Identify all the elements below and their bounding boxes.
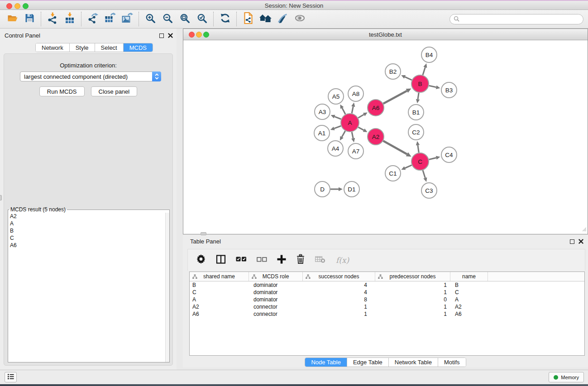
column-header-predecessor-nodes[interactable]: predecessor nodes xyxy=(375,272,450,281)
graph-edge-B-B1[interactable] xyxy=(418,93,419,99)
criterion-select[interactable]: largest connected component (directed) xyxy=(20,71,161,81)
tab-network-table[interactable]: Network Table xyxy=(389,358,438,367)
show-hide-button[interactable] xyxy=(291,11,308,27)
import-table-button[interactable] xyxy=(61,11,78,27)
delete-column-button[interactable] xyxy=(296,253,305,267)
search-field[interactable] xyxy=(449,14,583,24)
graph-edge-A-A1[interactable] xyxy=(334,126,341,129)
double-house-icon xyxy=(258,13,272,25)
tab-edge-table[interactable]: Edge Table xyxy=(347,358,389,367)
table-row[interactable]: Cdominator41C xyxy=(190,289,584,296)
graph-edge-A-A3[interactable] xyxy=(335,117,341,119)
graph-node-label: D xyxy=(320,186,325,193)
graph-edge-A-A4[interactable] xyxy=(342,131,345,137)
graph-node-label: D1 xyxy=(348,186,355,193)
graph-node-label: A8 xyxy=(352,91,360,97)
float-panel-icon[interactable] xyxy=(570,239,574,244)
search-input[interactable] xyxy=(461,14,583,24)
create-column-button[interactable] xyxy=(277,253,286,267)
export-table-button[interactable] xyxy=(101,11,119,27)
tab-select[interactable]: Select xyxy=(95,43,124,52)
column-header-name[interactable]: name xyxy=(450,272,488,281)
tab-motifs[interactable]: Motifs xyxy=(438,358,466,367)
close-panel-icon[interactable] xyxy=(578,238,583,246)
resize-grip-icon[interactable] xyxy=(581,225,587,234)
tab-network[interactable]: Network xyxy=(36,43,70,52)
graph-edge-arrow xyxy=(339,187,343,191)
graph-node-label: B3 xyxy=(445,87,453,94)
table-cell: 4 xyxy=(303,281,375,289)
graph-edge-A-A2[interactable] xyxy=(358,127,363,130)
graph-edge-B-B4[interactable] xyxy=(423,67,425,75)
table-row[interactable]: A2connector11A2 xyxy=(190,303,584,310)
apply-layout-button[interactable] xyxy=(216,11,234,27)
mcds-result-item[interactable]: A xyxy=(8,220,165,227)
memory-button[interactable]: Memory xyxy=(549,372,584,382)
mcds-result-item[interactable]: A2 xyxy=(8,213,165,220)
network-canvas[interactable]: B4B2BB3A8A5A6A3B1AC2A1A2A4A7C4CC1DD1C3 xyxy=(183,40,588,234)
float-panel-icon[interactable] xyxy=(159,33,164,38)
home-button[interactable] xyxy=(257,11,274,27)
zoom-fit-button[interactable] xyxy=(176,11,193,27)
graph-node-label: A1 xyxy=(318,130,326,137)
close-panel-button[interactable]: Close panel xyxy=(91,86,138,96)
graph-edge-C-C1[interactable] xyxy=(405,165,412,168)
panel-menu-button[interactable] xyxy=(5,372,17,382)
mcds-list-scrollbar[interactable] xyxy=(165,213,169,362)
mcds-tab-content: Optimization criterion: largest connecte… xyxy=(4,53,173,366)
split-collapse-handle-left[interactable] xyxy=(0,195,2,200)
graph-edge-A2-C[interactable] xyxy=(383,141,407,154)
plus-icon xyxy=(277,255,286,266)
split-collapse-handle-bottom[interactable] xyxy=(201,232,206,235)
tab-style[interactable]: Style xyxy=(70,43,95,52)
column-header-MCDS-role[interactable]: MCDS role xyxy=(249,272,303,281)
deselect-all-rows-button[interactable] xyxy=(257,253,267,267)
unchecked-boxes-icon xyxy=(257,256,267,264)
table-cell: 1 xyxy=(303,303,375,310)
graph-edge-A-A5[interactable] xyxy=(342,108,345,114)
table-row[interactable]: Adominator80A xyxy=(190,296,584,303)
select-all-rows-button[interactable] xyxy=(236,253,247,267)
mcds-result-list[interactable]: A2ABCA6 xyxy=(8,213,165,362)
export-image-button[interactable] xyxy=(119,11,136,27)
close-panel-icon[interactable] xyxy=(168,32,173,40)
save-session-button[interactable] xyxy=(21,11,38,27)
mcds-result-item[interactable]: A6 xyxy=(8,242,165,249)
control-panel-tabs: NetworkStyleSelectMCDS xyxy=(35,43,153,52)
graph-edge-A-A8[interactable] xyxy=(352,106,353,113)
show-columns-button[interactable] xyxy=(216,253,226,267)
zoom-in-button[interactable] xyxy=(142,11,159,27)
graph-edge-A6-B[interactable] xyxy=(383,91,407,104)
graph-edge-C-C3[interactable] xyxy=(423,170,425,178)
graph-edge-C-C2[interactable] xyxy=(418,145,419,152)
column-header-successor-nodes[interactable]: successor nodes xyxy=(303,272,375,281)
table-settings-button[interactable] xyxy=(196,253,206,267)
hide-graphics-details-button[interactable] xyxy=(274,11,291,27)
import-network-button[interactable] xyxy=(44,11,61,27)
delete-table-button xyxy=(315,253,326,267)
zoom-selected-button[interactable] xyxy=(193,11,210,27)
graph-edge-B-B3[interactable] xyxy=(429,86,436,87)
run-mcds-button[interactable]: Run MCDS xyxy=(39,86,85,96)
export-network-button[interactable] xyxy=(84,11,101,27)
open-session-button[interactable] xyxy=(4,11,21,27)
graph-edge-B-B2[interactable] xyxy=(405,77,411,80)
zoom-out-button[interactable] xyxy=(159,11,176,27)
graph-edge-A-A7[interactable] xyxy=(352,132,353,138)
column-header-shared-name[interactable]: shared name xyxy=(190,272,249,281)
mcds-result-item[interactable]: C xyxy=(8,234,165,242)
graph-edge-C-C4[interactable] xyxy=(429,158,436,160)
table-row[interactable]: A6connector11A6 xyxy=(190,310,584,318)
graph-edge-A-A6[interactable] xyxy=(358,114,364,118)
tab-mcds[interactable]: MCDS xyxy=(124,43,153,52)
node-table[interactable]: shared nameMCDS rolesuccessor nodesprede… xyxy=(189,272,585,356)
export-network-icon xyxy=(86,12,99,26)
network-frame-titlebar[interactable]: testGlobe.txt xyxy=(183,29,588,40)
table-row[interactable]: Bdominator41B xyxy=(190,281,584,289)
zoom-fit-icon xyxy=(179,13,191,26)
table-cell: 1 xyxy=(375,289,450,296)
network-from-file-button[interactable] xyxy=(239,11,257,27)
mcds-result-item[interactable]: B xyxy=(8,227,165,234)
fx-icon: f(x) xyxy=(336,256,349,265)
tab-node-table[interactable]: Node Table xyxy=(305,358,347,367)
